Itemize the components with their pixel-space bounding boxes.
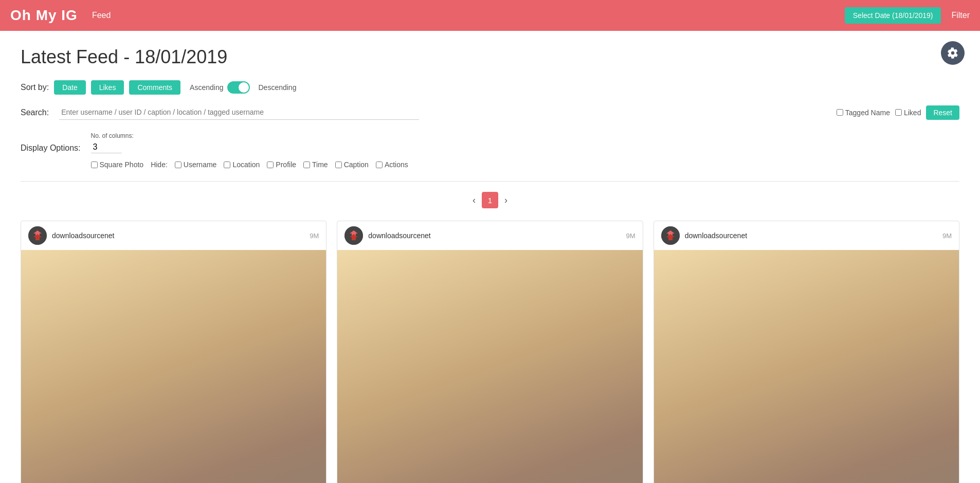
feed-image: Donloadsource [21, 250, 326, 483]
divider [21, 181, 959, 182]
feed-username: downloadsourcenet [52, 231, 304, 240]
feed-time: 9M [310, 232, 319, 240]
sort-direction-toggle: Ascending Descending [186, 81, 296, 94]
gear-icon [947, 47, 958, 59]
feed-image: Donloadsource [654, 250, 959, 483]
time-label: Time [312, 160, 328, 169]
search-input[interactable] [59, 105, 419, 120]
sort-likes-button[interactable]: Likes [91, 80, 124, 95]
feed-card-header: downloadsourcenet 9M [21, 221, 326, 250]
square-photo-checkbox-group[interactable]: Square Photo [91, 160, 144, 169]
sort-label: Sort by: [21, 83, 49, 92]
hide-label: Hide: [151, 160, 168, 169]
pagination: ‹ 1 › [21, 192, 959, 208]
location-checkbox-group[interactable]: Location [224, 160, 260, 169]
feed-card-header: downloadsourcenet 9M [337, 221, 642, 250]
profile-label: Profile [276, 160, 296, 169]
caption-checkbox[interactable] [335, 162, 342, 168]
square-photo-label: Square Photo [100, 160, 144, 169]
display-options-content: No. of columns: Square Photo Hide: Usern… [91, 132, 408, 169]
actions-label: Actions [385, 160, 408, 169]
feed-card: downloadsourcenet 9M Donloadsource [337, 221, 643, 483]
avatar [28, 226, 47, 245]
display-checkboxes: Square Photo Hide: Username Location Pro… [91, 160, 408, 169]
columns-input[interactable] [91, 141, 122, 153]
caption-checkbox-group[interactable]: Caption [335, 160, 369, 169]
search-row: Search: Tagged Name Liked Reset [21, 105, 959, 120]
pagination-prev[interactable]: ‹ [473, 195, 476, 206]
profile-checkbox[interactable] [267, 162, 274, 168]
feed-username: downloadsourcenet [685, 231, 937, 240]
feed-card: downloadsourcenet 9M Donloadsource [654, 221, 959, 483]
pagination-next[interactable]: › [504, 195, 507, 206]
avatar [661, 226, 680, 245]
main-content: Latest Feed - 18/01/2019 Sort by: Date L… [0, 31, 980, 483]
feed-grid: downloadsourcenet 9M Donloadsource [21, 221, 959, 483]
actions-checkbox-group[interactable]: Actions [376, 160, 408, 169]
tagged-name-checkbox-group[interactable]: Tagged Name [837, 109, 890, 117]
liked-label: Liked [904, 109, 921, 117]
tagged-name-label: Tagged Name [845, 109, 890, 117]
username-checkbox[interactable] [175, 162, 182, 168]
descending-label: Descending [258, 83, 296, 92]
liked-checkbox[interactable] [895, 109, 902, 116]
actions-checkbox[interactable] [376, 162, 383, 168]
avatar-image [344, 226, 363, 245]
sort-comments-button[interactable]: Comments [129, 80, 180, 95]
display-options-label: Display Options: [21, 144, 81, 153]
time-checkbox-group[interactable]: Time [303, 160, 328, 169]
sort-row: Sort by: Date Likes Comments Ascending D… [21, 80, 959, 95]
username-label: Username [184, 160, 217, 169]
ascending-descending-toggle[interactable] [227, 81, 250, 94]
search-options: Tagged Name Liked Reset [837, 105, 959, 120]
feed-card-header: downloadsourcenet 9M [654, 221, 959, 250]
reset-button[interactable]: Reset [926, 105, 959, 120]
feed-username: downloadsourcenet [368, 231, 621, 240]
feed-image: Donloadsource [337, 250, 642, 483]
select-date-button[interactable]: Select Date (18/01/2019) [845, 7, 941, 24]
page-title: Latest Feed - 18/01/2019 [21, 46, 959, 68]
header: Oh My IG Feed Select Date (18/01/2019) F… [0, 0, 980, 31]
avatar-image [661, 226, 680, 245]
display-options-row: Display Options: No. of columns: Square … [21, 132, 959, 169]
nav-feed[interactable]: Feed [88, 9, 115, 22]
location-checkbox[interactable] [224, 162, 230, 168]
pagination-page-1[interactable]: 1 [482, 192, 498, 208]
tagged-name-checkbox[interactable] [837, 109, 843, 116]
feed-time: 9M [942, 232, 952, 240]
profile-checkbox-group[interactable]: Profile [267, 160, 296, 169]
time-checkbox[interactable] [303, 162, 310, 168]
caption-label: Caption [344, 160, 369, 169]
settings-button[interactable] [941, 41, 965, 65]
square-photo-checkbox[interactable] [91, 162, 98, 168]
sort-date-button[interactable]: Date [54, 80, 86, 95]
ascending-label: Ascending [190, 83, 223, 92]
location-label: Location [232, 160, 260, 169]
avatar [344, 226, 363, 245]
filter-button[interactable]: Filter [951, 11, 970, 20]
username-checkbox-group[interactable]: Username [175, 160, 217, 169]
feed-time: 9M [626, 232, 636, 240]
search-label: Search: [21, 108, 49, 117]
app-title: Oh My IG [10, 7, 78, 24]
liked-checkbox-group[interactable]: Liked [895, 109, 921, 117]
no-columns-label: No. of columns: [91, 132, 408, 139]
feed-card: downloadsourcenet 9M Donloadsource [21, 221, 326, 483]
avatar-image [28, 226, 47, 245]
